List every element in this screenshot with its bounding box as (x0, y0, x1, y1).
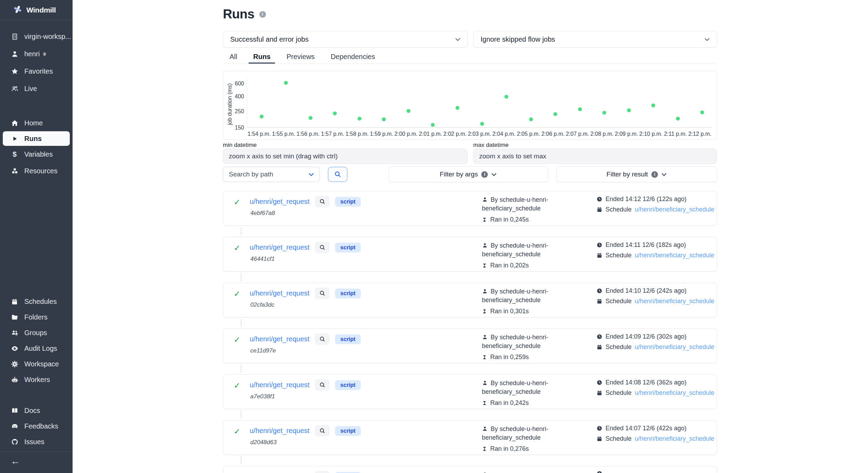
workspace-selector[interactable]: virgin-worksp... (0, 28, 73, 45)
script-kind-badge: script (335, 426, 361, 436)
inspect-job-button[interactable] (315, 333, 329, 345)
job-kind-dropdown[interactable]: Successful and error jobs (223, 31, 468, 48)
hourglass-icon (482, 400, 487, 406)
sidebar-item-issues[interactable]: Issues (0, 434, 73, 450)
star-icon (10, 68, 19, 75)
script-path-link[interactable]: u/henri/get_request (250, 335, 309, 343)
sidebar-item-feedbacks[interactable]: Feedbacks (0, 418, 73, 434)
inspect-job-button[interactable] (315, 242, 329, 253)
run-card[interactable]: ✓ u/henri/get_request script 4ebf67a8 By… (223, 191, 717, 226)
sidebar-item-resources[interactable]: Resources (0, 163, 73, 179)
sidebar-item-workers[interactable]: Workers (0, 372, 73, 388)
home-label: Home (24, 119, 43, 127)
chart-data-point (407, 109, 410, 113)
ended-time: Ended 14:08 12/6 (362s ago) (596, 379, 714, 386)
runs-info-icon[interactable]: i (259, 11, 266, 18)
clock-icon (596, 334, 602, 340)
run-schedule-info: Ended 14:10 12/6 (242s ago) Schedule u/h… (596, 287, 714, 305)
chart-x-tick: 2:07 p.m. (564, 131, 591, 137)
triggered-by: By schedule-u-henri-beneficiary_schedule (482, 196, 562, 213)
tab-previews[interactable]: Previews (282, 51, 319, 64)
run-card[interactable]: ✓ u/henri/get_request script (223, 466, 717, 473)
page-title: Runs (223, 7, 254, 22)
sidebar-item-runs[interactable]: Runs (3, 131, 70, 146)
sidebar-tools-group: Schedules Folders Groups Audit Logs (0, 294, 73, 388)
sidebar-item-schedules[interactable]: Schedules (0, 294, 73, 309)
chart-x-tick: 2:05 p.m. (515, 131, 542, 137)
person-icon (482, 426, 488, 432)
sidebar-item-groups[interactable]: Groups (0, 325, 73, 341)
triggered-by: By schedule-u-henri-beneficiary_schedule (482, 241, 562, 259)
script-path-link[interactable]: u/henri/get_request (250, 427, 309, 435)
chart-plot-area[interactable] (247, 79, 712, 128)
hourglass-icon (482, 217, 487, 223)
run-card[interactable]: ✓ u/henri/get_request script ce11d97e By… (223, 329, 717, 363)
person-icon (482, 242, 488, 248)
schedule-path-link[interactable]: u/henri/beneficiary_schedule (635, 206, 714, 213)
inspect-job-button[interactable] (315, 471, 329, 473)
script-path-link[interactable]: u/henri/get_request (250, 243, 309, 251)
schedule-path-link[interactable]: u/henri/beneficiary_schedule (635, 343, 714, 351)
inspect-job-button[interactable] (315, 379, 329, 391)
chart-data-point (456, 106, 459, 110)
run-card[interactable]: ✓ u/henri/get_request script 46441cf1 By… (223, 237, 717, 272)
chart-data-point (504, 95, 508, 99)
min-datetime-input[interactable] (223, 149, 468, 164)
max-datetime-input[interactable] (473, 149, 717, 164)
windmill-logo[interactable]: Windmill (0, 0, 73, 20)
inspect-job-button[interactable] (315, 288, 329, 299)
schedule-path-link[interactable]: u/henri/beneficiary_schedule (635, 298, 714, 305)
chart-x-tick: 2:08 p.m. (588, 131, 616, 137)
tab-runs[interactable]: Runs (249, 51, 275, 64)
search-by-path-select[interactable]: Search by path (223, 167, 320, 182)
schedule-path-link[interactable]: u/henri/beneficiary_schedule (635, 435, 714, 442)
search-button[interactable] (328, 167, 348, 182)
triggered-by (482, 471, 562, 473)
filter-by-result-button[interactable]: Filter by result i (556, 166, 717, 182)
clock-icon (596, 471, 602, 473)
clock-icon (596, 380, 602, 385)
script-path-link[interactable]: u/henri/get_request (250, 381, 309, 389)
sidebar-item-favorites[interactable]: Favorites (0, 63, 73, 80)
run-schedule-info: Ended 14:08 12/6 (362s ago) Schedule u/h… (596, 379, 714, 397)
job-id: 46441cf1 (250, 256, 275, 263)
tab-dependencies[interactable]: Dependencies (326, 51, 379, 64)
job-duration-chart[interactable]: job duration (ms) 600400250150 1:54 p.m.… (223, 71, 717, 140)
inspect-job-button[interactable] (315, 196, 329, 207)
collapse-sidebar-button[interactable]: ← (10, 456, 20, 467)
schedule-path-link[interactable]: u/henri/beneficiary_schedule (635, 252, 714, 259)
person-icon (482, 334, 488, 340)
script-path-link[interactable]: u/henri/get_request (250, 198, 309, 206)
gear-icon (10, 360, 19, 368)
sidebar-item-folders[interactable]: Folders (0, 309, 73, 325)
filter-by-args-button[interactable]: Filter by args i (389, 166, 548, 182)
folder-icon (10, 314, 19, 321)
person-icon (482, 197, 488, 202)
inspect-job-button[interactable] (315, 425, 329, 437)
run-card[interactable]: ✓ u/henri/get_request script d2048d63 By… (223, 420, 717, 455)
chart-data-point (358, 117, 361, 121)
user-menu[interactable]: henri ♛ (0, 45, 73, 63)
script-path-link[interactable]: u/henri/get_request (250, 289, 309, 297)
tab-all[interactable]: All (225, 51, 242, 64)
sidebar-item-variables[interactable]: $ Variables (0, 146, 73, 163)
script-kind-badge: script (335, 472, 361, 473)
magnifier-icon (319, 198, 326, 205)
run-card[interactable]: ✓ u/henri/get_request script 02cfa3dc By… (223, 283, 717, 317)
sidebar-item-audit-logs[interactable]: Audit Logs (0, 341, 73, 356)
schedule-path-link[interactable]: u/henri/beneficiary_schedule (635, 389, 714, 397)
run-duration: Ran in 0,259s (482, 353, 586, 362)
run-card[interactable]: ✓ u/henri/get_request script a7e038f1 By… (223, 374, 717, 409)
ended-time: Ended 14:09 12/6 (302s ago) (596, 333, 714, 340)
success-check-icon: ✓ (234, 243, 240, 253)
run-timeline-connector (241, 228, 241, 235)
sidebar-item-workspace[interactable]: Workspace (0, 356, 73, 372)
job-filter-row: Successful and error jobs Ignore skipped… (223, 31, 717, 48)
skipped-flow-dropdown[interactable]: Ignore skipped flow jobs (473, 31, 717, 48)
robot-icon (10, 376, 19, 383)
sidebar-item-live[interactable]: Live (0, 80, 73, 97)
run-card-header: u/henri/get_request script (250, 379, 361, 391)
sidebar-item-home[interactable]: Home (0, 115, 73, 131)
chart-data-point (602, 111, 606, 115)
sidebar-item-docs[interactable]: Docs (0, 403, 73, 418)
